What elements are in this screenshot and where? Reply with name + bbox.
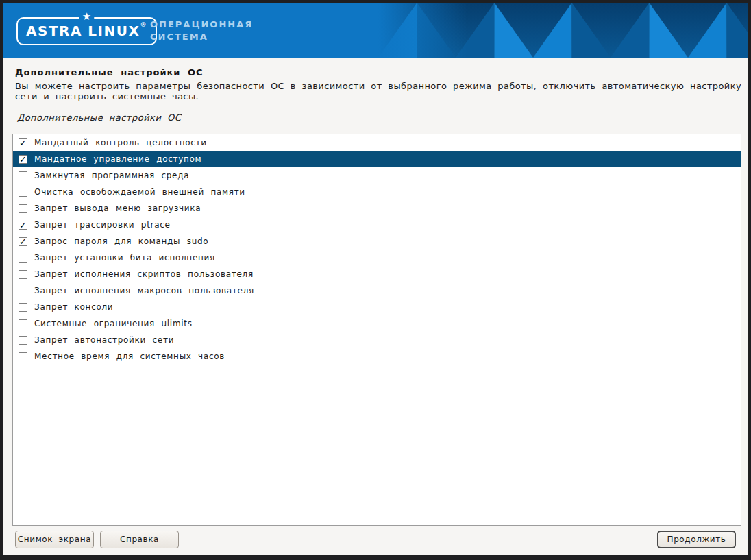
option-label: Запрет исполнения скриптов пользователя xyxy=(34,269,254,279)
list-item[interactable]: Местное время для системных часов xyxy=(13,348,741,365)
checkbox-unchecked-icon[interactable] xyxy=(19,171,27,180)
checkbox-unchecked-icon[interactable] xyxy=(19,336,27,345)
list-item[interactable]: ✓Запрет трассировки ptrace xyxy=(13,217,741,233)
checkbox-unchecked-icon[interactable] xyxy=(19,352,27,361)
options-list[interactable]: ✓Мандатный контроль целостности✓Мандатно… xyxy=(12,134,741,526)
screen-frame: ★ ASTRA LINUX® ОПЕРАЦИОННАЯ СИСТЕМА Допо… xyxy=(0,0,751,560)
subtitle-line-1: ОПЕРАЦИОННАЯ xyxy=(150,19,253,31)
page-description: Вы можете настроить параметры безопаснос… xyxy=(15,82,741,101)
option-label: Замкнутая программная среда xyxy=(34,171,189,180)
list-item[interactable]: Замкнутая программная среда xyxy=(13,167,741,184)
checkbox-checked-icon[interactable]: ✓ xyxy=(19,221,27,230)
checkbox-unchecked-icon[interactable] xyxy=(19,303,27,312)
list-item[interactable]: ✓Запрос пароля для команды sudo xyxy=(13,233,741,249)
option-label: Мандатное управление доступом xyxy=(34,154,201,164)
checkbox-checked-icon[interactable]: ✓ xyxy=(19,155,27,164)
help-button[interactable]: Справка xyxy=(100,531,179,548)
list-item[interactable]: Запрет вывода меню загрузчика xyxy=(13,200,741,217)
option-label: Запрет автонастройки сети xyxy=(34,335,174,345)
installer-window: ★ ASTRA LINUX® ОПЕРАЦИОННАЯ СИСТЕМА Допо… xyxy=(3,3,748,555)
header-subtitle: ОПЕРАЦИОННАЯ СИСТЕМА xyxy=(150,19,253,43)
list-item[interactable]: Запрет установки бита исполнения xyxy=(13,249,741,266)
list-item[interactable]: Очистка освобождаемой внешней памяти xyxy=(13,184,741,200)
list-item[interactable]: Запрет консоли xyxy=(13,299,741,315)
checkbox-unchecked-icon[interactable] xyxy=(19,319,27,328)
subtitle-line-2: СИСТЕМА xyxy=(150,31,253,43)
list-item[interactable]: Системные ограничения ulimits xyxy=(13,315,741,332)
checkbox-unchecked-icon[interactable] xyxy=(19,254,27,263)
checkbox-unchecked-icon[interactable] xyxy=(19,270,27,279)
option-label: Запрет установки бита исполнения xyxy=(34,253,215,263)
option-label: Местное время для системных часов xyxy=(34,352,225,361)
option-label: Запрос пароля для команды sudo xyxy=(34,236,208,246)
option-label: Запрет консоли xyxy=(34,302,113,312)
option-label: Запрет вывода меню загрузчика xyxy=(34,204,201,213)
checkbox-unchecked-icon[interactable] xyxy=(19,204,27,213)
header-facet-pattern xyxy=(378,3,748,58)
screenshot-button[interactable]: Снимок экрана xyxy=(15,531,94,548)
list-item[interactable]: Запрет исполнения скриптов пользователя xyxy=(13,266,741,282)
logo-text: ASTRA LINUX® xyxy=(26,23,147,39)
list-item[interactable]: Запрет автонастройки сети xyxy=(13,332,741,348)
list-item[interactable]: Запрет исполнения макросов пользователя xyxy=(13,282,741,299)
checkbox-unchecked-icon[interactable] xyxy=(19,188,27,197)
list-item[interactable]: ✓Мандатное управление доступом xyxy=(13,151,741,167)
option-label: Запрет трассировки ptrace xyxy=(34,220,171,230)
option-label: Очистка освобождаемой внешней памяти xyxy=(34,187,245,197)
astra-linux-logo: ★ ASTRA LINUX® xyxy=(16,17,157,45)
page-title: Дополнительные настройки ОС xyxy=(15,67,204,77)
star-icon: ★ xyxy=(79,11,94,22)
checkbox-unchecked-icon[interactable] xyxy=(19,287,27,295)
list-item[interactable]: ✓Мандатный контроль целостности xyxy=(13,134,741,151)
continue-button[interactable]: Продолжить xyxy=(657,531,736,548)
registered-mark: ® xyxy=(140,21,147,28)
pattern-fade xyxy=(378,3,467,58)
checkbox-checked-icon[interactable]: ✓ xyxy=(19,138,27,147)
option-label: Мандатный контроль целостности xyxy=(34,138,207,147)
options-group-label: Дополнительные настройки ОС xyxy=(17,112,181,123)
option-label: Системные ограничения ulimits xyxy=(34,319,193,328)
option-label: Запрет исполнения макросов пользователя xyxy=(34,286,254,295)
checkbox-checked-icon[interactable]: ✓ xyxy=(19,237,27,246)
header-banner: ★ ASTRA LINUX® ОПЕРАЦИОННАЯ СИСТЕМА xyxy=(3,3,748,58)
